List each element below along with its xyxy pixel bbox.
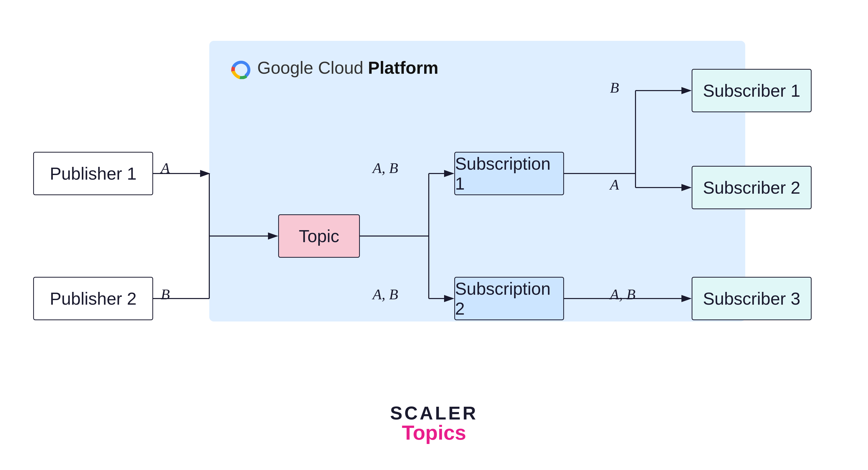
scaler-text: SCALER bbox=[390, 403, 478, 424]
label-sub1-subscriber1: B bbox=[610, 79, 619, 96]
subscriber3-box: Subscriber 3 bbox=[692, 277, 812, 320]
scaler-topics-logo: SCALER Topics bbox=[390, 403, 478, 444]
subscription1-label: Subscription 1 bbox=[455, 154, 563, 193]
publisher1-label: Publisher 1 bbox=[50, 163, 136, 184]
diagram-container: Google Cloud Platform Publisher 1 Publis… bbox=[0, 0, 868, 470]
topic-label: Topic bbox=[299, 226, 339, 246]
gcp-text-normal: Google Cloud bbox=[257, 58, 364, 77]
subscriber3-label: Subscriber 3 bbox=[703, 289, 800, 309]
label-topic-sub1: A, B bbox=[373, 159, 398, 177]
google-cloud-logo-icon bbox=[230, 56, 253, 79]
subscription2-label: Subscription 2 bbox=[455, 279, 563, 318]
gcp-text-bold: Platform bbox=[368, 58, 438, 77]
subscription1-box: Subscription 1 bbox=[454, 152, 564, 195]
gcp-header: Google Cloud Platform bbox=[230, 56, 438, 79]
publisher1-box: Publisher 1 bbox=[33, 152, 153, 195]
svg-point-0 bbox=[238, 67, 244, 73]
label-pub2-topic: B bbox=[161, 286, 170, 303]
label-sub1-subscriber2: A bbox=[610, 176, 619, 193]
topic-box: Topic bbox=[278, 214, 360, 258]
label-pub1-topic: A bbox=[161, 159, 170, 177]
topics-text: Topics bbox=[390, 421, 478, 444]
publisher2-label: Publisher 2 bbox=[50, 289, 136, 309]
subscriber2-label: Subscriber 2 bbox=[703, 178, 800, 197]
label-sub2-subscriber3: A, B bbox=[610, 286, 636, 303]
subscriber2-box: Subscriber 2 bbox=[692, 166, 812, 209]
publisher2-box: Publisher 2 bbox=[33, 277, 153, 320]
subscription2-box: Subscription 2 bbox=[454, 277, 564, 320]
subscriber1-box: Subscriber 1 bbox=[692, 69, 812, 112]
subscriber1-label: Subscriber 1 bbox=[703, 81, 800, 100]
label-topic-sub2: A, B bbox=[373, 286, 398, 303]
